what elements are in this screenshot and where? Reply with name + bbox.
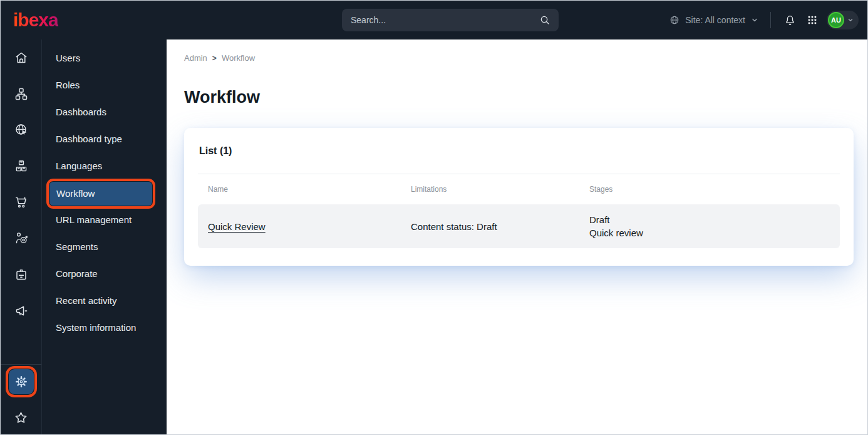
sidebar-item-corporate[interactable]: Corporate	[42, 260, 167, 287]
column-header-limitations: Limitations	[401, 185, 579, 194]
grid-dots-icon	[807, 14, 818, 26]
rail-home-button[interactable]	[1, 39, 41, 76]
globe-icon	[669, 14, 680, 26]
sidebar-item-system-information[interactable]: System information	[42, 314, 167, 341]
sidebar-item-recent-activity[interactable]: Recent activity	[42, 287, 167, 314]
rail-content-tree-button[interactable]	[1, 76, 41, 112]
breadcrumb-admin[interactable]: Admin	[184, 53, 207, 63]
sidebar-item-workflow[interactable]: Workflow	[49, 182, 152, 206]
main-content: Admin > Workflow Workflow List (1) Name …	[167, 39, 868, 435]
icon-rail	[1, 39, 42, 435]
search-input[interactable]	[351, 15, 539, 25]
topbar-divider	[770, 12, 771, 28]
workflow-name-link[interactable]: Quick Review	[208, 221, 266, 232]
column-header-stages: Stages	[579, 185, 840, 194]
stage-item: Quick review	[589, 226, 840, 239]
top-bar: ibexa Site: All context	[1, 1, 867, 39]
card-header: List (1)	[198, 128, 840, 174]
personalization-target-icon	[14, 231, 29, 246]
table-header-row: Name Limitations Stages	[198, 174, 840, 204]
chevron-down-icon	[750, 16, 759, 24]
stage-item: Draft	[589, 213, 840, 226]
app-switcher-button[interactable]	[805, 13, 819, 27]
notifications-button[interactable]	[782, 13, 798, 28]
cell-stages: Draft Quick review	[579, 213, 840, 239]
rail-favorites-button[interactable]	[1, 399, 41, 435]
ibexa-admin-app: ibexa Site: All context	[0, 0, 868, 435]
admin-sidebar: Users Roles Dashboards Dashboard type La…	[42, 39, 167, 435]
column-header-name: Name	[198, 185, 401, 194]
rail-marketing-button[interactable]	[1, 293, 41, 329]
table-row: Quick Review Content status: Draft Draft…	[198, 204, 840, 248]
sidebar-item-dashboards[interactable]: Dashboards	[42, 98, 167, 125]
commerce-cart-icon	[14, 195, 29, 210]
rail-corporate-button[interactable]	[1, 256, 41, 293]
marketing-megaphone-icon	[14, 303, 29, 318]
sidebar-item-roles[interactable]: Roles	[42, 71, 167, 98]
avatar: AU	[828, 12, 844, 28]
global-search	[342, 9, 559, 31]
settings-active-highlight	[9, 369, 34, 394]
sidebar-item-languages[interactable]: Languages	[42, 152, 167, 179]
settings-gear-icon	[14, 375, 28, 389]
corporate-badge-icon	[14, 267, 29, 282]
sidebar-item-users[interactable]: Users	[42, 45, 167, 71]
cell-name: Quick Review	[198, 221, 401, 232]
breadcrumb-separator: >	[212, 54, 217, 63]
site-globe-icon	[14, 122, 29, 137]
sidebar-item-url-management[interactable]: URL management	[42, 206, 167, 233]
favorites-star-icon	[13, 410, 29, 426]
home-icon	[14, 50, 29, 65]
site-context-label: Site: All context	[685, 15, 745, 25]
rail-products-button[interactable]	[1, 148, 41, 184]
breadcrumb-workflow: Workflow	[222, 53, 255, 63]
user-menu[interactable]: AU	[827, 11, 859, 29]
content-tree-icon	[14, 86, 29, 102]
search-icon[interactable]	[539, 14, 551, 26]
breadcrumb: Admin > Workflow	[184, 53, 868, 63]
cell-limitations: Content status: Draft	[401, 221, 579, 232]
chevron-down-icon	[847, 16, 854, 24]
card-title: List (1)	[198, 145, 232, 157]
sidebar-item-segments[interactable]: Segments	[42, 233, 167, 260]
topbar-right-controls: Site: All context	[669, 11, 859, 29]
products-boxes-icon	[14, 159, 29, 174]
rail-settings-button[interactable]	[1, 365, 41, 400]
rail-commerce-button[interactable]	[1, 184, 41, 221]
rail-personalization-button[interactable]	[1, 221, 41, 257]
ibexa-logo[interactable]: ibexa	[13, 11, 58, 29]
bell-icon	[783, 14, 797, 27]
site-context-selector[interactable]: Site: All context	[669, 14, 759, 26]
sidebar-item-dashboard-type[interactable]: Dashboard type	[42, 125, 167, 152]
workflow-list-card: List (1) Name Limitations Stages Quick R…	[184, 128, 854, 266]
page-title: Workflow	[184, 88, 868, 107]
rail-site-button[interactable]	[1, 112, 41, 148]
